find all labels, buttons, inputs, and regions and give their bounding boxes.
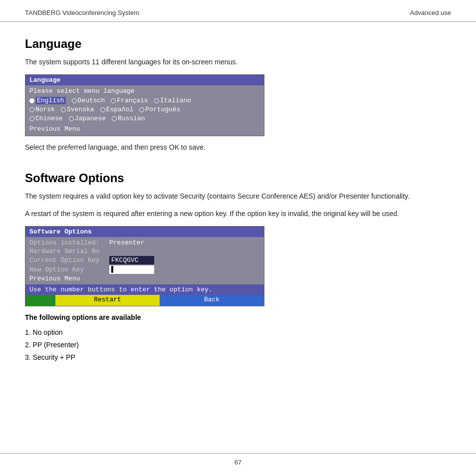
software-menu-body: Options installed: Presenter Hardware Se…: [25, 237, 264, 284]
lang-chinese[interactable]: Chinese: [29, 115, 63, 122]
language-section: Language The system supports 11 differen…: [25, 37, 451, 151]
header-section: Advanced use: [410, 9, 451, 16]
radio-francais: [111, 98, 116, 103]
lang-japanese-label: Japanese: [75, 115, 106, 122]
lang-portugues-label: Português: [145, 106, 180, 113]
sw-prev-menu-row[interactable]: Previous Menu: [29, 275, 260, 284]
lang-chinese-label: Chinese: [35, 115, 63, 122]
lang-espanol[interactable]: Español: [100, 106, 134, 113]
main-content: Language The system supports 11 differen…: [0, 22, 476, 379]
lang-svenska[interactable]: Svenska: [61, 106, 94, 113]
sw-back-button[interactable]: Back: [160, 295, 264, 306]
lang-deutsch-label: Deutsch: [78, 97, 105, 104]
software-menu-box: Software Options Options installed: Pres…: [25, 226, 264, 306]
page-number: 67: [235, 459, 241, 466]
lang-espanol-label: Español: [106, 106, 134, 113]
option-3: 3. Security + PP: [25, 351, 451, 364]
language-row-1: English Deutsch Français Italiano: [29, 97, 260, 104]
language-menu-title: Language: [25, 75, 264, 85]
language-menu-box: Language Please select menu language Eng…: [25, 74, 264, 136]
lang-norsk-label: Norsk: [35, 106, 55, 113]
software-desc1: The system requires a valid option key t…: [25, 191, 451, 202]
radio-portugues: [139, 107, 144, 112]
lang-svenska-label: Svenska: [67, 106, 94, 113]
sw-prev-menu-label[interactable]: Previous Menu: [29, 275, 80, 282]
sw-options-installed-row: Options installed: Presenter: [29, 239, 260, 246]
language-heading: Language: [25, 37, 451, 51]
lang-francais-label: Français: [117, 97, 148, 104]
page-footer: 67: [0, 453, 476, 466]
lang-russian-label: Russian: [118, 115, 145, 122]
page-container: TANDBERG Videoconferencing System Advanc…: [0, 0, 476, 476]
sw-new-key-label: New Option Key: [29, 266, 109, 273]
lang-english[interactable]: English: [29, 97, 66, 104]
lang-english-label: English: [35, 97, 66, 104]
lang-japanese[interactable]: Japanese: [69, 115, 106, 122]
radio-chinese: [29, 116, 34, 121]
language-row-2: Norsk Svenska Español Português: [29, 106, 260, 113]
radio-espanol: [100, 107, 105, 112]
sw-button-bar: Restart Back: [25, 295, 264, 306]
sw-options-installed-label: Options installed:: [29, 239, 109, 246]
lang-italiano[interactable]: Italiano: [154, 97, 191, 104]
sw-current-key-row: Current Option Key FKCQGVC: [29, 256, 260, 264]
lang-russian[interactable]: Russian: [112, 115, 145, 122]
sw-status-bar: Use the number buttons to enter the opti…: [25, 284, 264, 295]
sw-new-key-input[interactable]: ▌: [109, 265, 154, 274]
option-2: 2. PP (Presenter): [25, 339, 451, 351]
sw-hardware-serial-row: Hardware Serial No: [29, 247, 260, 255]
sw-btn-green: [25, 295, 55, 306]
options-list: 1. No option 2. PP (Presenter) 3. Securi…: [25, 326, 451, 364]
software-options-section: Software Options The system requires a v…: [25, 171, 451, 364]
lang-norsk[interactable]: Norsk: [29, 106, 55, 113]
language-after-menu: Select the preferred language, and then …: [25, 143, 451, 151]
radio-deutsch: [72, 98, 77, 103]
header-title: TANDBERG Videoconferencing System: [25, 9, 139, 16]
lang-deutsch[interactable]: Deutsch: [72, 97, 105, 104]
language-previous-menu[interactable]: Previous Menu: [29, 124, 260, 134]
option-1: 1. No option: [25, 326, 451, 339]
radio-japanese: [69, 116, 74, 121]
sw-hardware-serial-label: Hardware Serial No: [29, 247, 109, 255]
radio-english: [29, 98, 34, 103]
radio-italiano: [154, 98, 159, 103]
language-description: The system supports 11 different languag…: [25, 57, 451, 67]
software-desc2: A restart of the system is required afte…: [25, 209, 451, 219]
language-menu-prompt: Please select menu language: [29, 87, 260, 95]
language-menu-body: Please select menu language English Deut…: [25, 85, 264, 136]
sw-restart-button[interactable]: Restart: [55, 295, 160, 306]
radio-norsk: [29, 107, 34, 112]
sw-new-key-row: New Option Key ▌: [29, 265, 260, 274]
lang-portugues[interactable]: Português: [139, 106, 180, 113]
radio-russian: [112, 116, 117, 121]
lang-italiano-label: Italiano: [160, 97, 191, 104]
sw-current-key-label: Current Option Key: [29, 256, 109, 264]
options-available-heading: The following options are available: [25, 313, 451, 321]
language-row-3: Chinese Japanese Russian: [29, 115, 260, 122]
sw-current-key-value: FKCQGVC: [109, 256, 154, 264]
page-header: TANDBERG Videoconferencing System Advanc…: [0, 0, 476, 22]
radio-svenska: [61, 107, 66, 112]
sw-options-installed-value: Presenter: [109, 239, 144, 246]
software-menu-title: Software Options: [25, 227, 264, 237]
lang-francais[interactable]: Français: [111, 97, 148, 104]
software-heading: Software Options: [25, 171, 451, 185]
